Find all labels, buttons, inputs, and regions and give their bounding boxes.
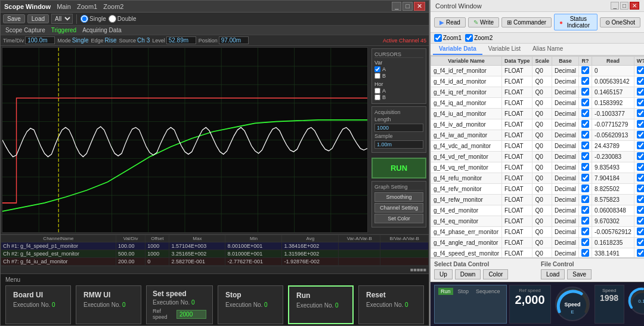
- r-checkbox[interactable]: [581, 249, 589, 257]
- table-row[interactable]: g_f4_iv_ad_monitor FLOAT Q0 Decimal -0.0…: [431, 119, 645, 130]
- r-checkbox[interactable]: [581, 163, 589, 171]
- table-row[interactable]: g_f4_id_ref_monitor FLOAT Q0 Decimal 0 0: [431, 66, 645, 76]
- cursor-hb-check[interactable]: [374, 94, 380, 100]
- table-row[interactable]: g_f4_iq_ad_monitor FLOAT Q0 Decimal 0.15…: [431, 98, 645, 109]
- zoom2-check[interactable]: [465, 34, 473, 42]
- var-r-check[interactable]: [579, 227, 592, 238]
- channel-setting-button[interactable]: Channel Setting: [374, 203, 423, 213]
- scope-menu-zoom1[interactable]: Zoom1: [77, 3, 97, 10]
- table-row[interactable]: g_f4_iq_ref_monitor FLOAT Q0 Decimal 0.1…: [431, 87, 645, 98]
- w-checkbox[interactable]: [637, 66, 644, 74]
- table-row[interactable]: g_f4_eq_monitor FLOAT Q0 Decimal 9.67030…: [431, 216, 645, 227]
- var-r-check[interactable]: [579, 195, 592, 205]
- w-checkbox[interactable]: [637, 249, 644, 257]
- window-minimize[interactable]: _: [392, 2, 401, 11]
- w-checkbox[interactable]: [637, 131, 644, 139]
- table-row[interactable]: g_f4_refw_monitor FLOAT Q0 Decimal 8.575…: [431, 195, 645, 205]
- table-row[interactable]: g_f4_vd_ref_monitor FLOAT Q0 Decimal -0.…: [431, 152, 645, 162]
- zoom1-label[interactable]: Zoom1: [434, 34, 462, 42]
- var-r-check[interactable]: [579, 216, 592, 227]
- var-r-check[interactable]: [579, 184, 592, 195]
- var-r-check[interactable]: [579, 98, 592, 109]
- r-checkbox[interactable]: [581, 142, 589, 149]
- var-r-check[interactable]: [579, 141, 592, 152]
- r-checkbox[interactable]: [581, 88, 589, 96]
- var-r-check[interactable]: [579, 109, 592, 119]
- up-button[interactable]: Up: [434, 269, 453, 279]
- length-input[interactable]: [374, 124, 423, 132]
- table-row[interactable]: Ch #1: g_f4_speed_p1_monitor 100.00 1000…: [1, 242, 429, 250]
- table-row[interactable]: g_f4_vdc_ad_monitor FLOAT Q0 Decimal 24.…: [431, 141, 645, 152]
- set-color-button[interactable]: Set Color: [374, 214, 423, 223]
- run-tab-stop[interactable]: Stop: [456, 288, 472, 295]
- r-checkbox[interactable]: [581, 174, 589, 182]
- run-tab-sequence[interactable]: Sequence: [473, 288, 503, 295]
- zoom1-check[interactable]: [434, 34, 442, 42]
- var-table-area[interactable]: Variable Name Data Type Scale Base R? Re…: [431, 56, 644, 257]
- var-w-check[interactable]: [634, 227, 644, 238]
- r-checkbox[interactable]: [581, 99, 589, 106]
- var-w-check[interactable]: [634, 248, 644, 258]
- double-radio[interactable]: [109, 15, 116, 23]
- var-w-check[interactable]: [634, 76, 644, 87]
- r-checkbox[interactable]: [581, 66, 589, 74]
- var-w-check[interactable]: [634, 87, 644, 98]
- w-checkbox[interactable]: [637, 174, 644, 182]
- level-input[interactable]: [166, 36, 196, 44]
- ctrl-close[interactable]: ✕: [630, 2, 639, 10]
- var-r-check[interactable]: [579, 205, 592, 216]
- tab-variable-list[interactable]: Variable List: [482, 44, 527, 55]
- cursor-ha-check[interactable]: [374, 88, 380, 94]
- var-w-check[interactable]: [634, 184, 644, 195]
- var-w-check[interactable]: [634, 130, 644, 141]
- r-checkbox[interactable]: [581, 206, 589, 214]
- var-r-check[interactable]: [579, 66, 592, 76]
- w-checkbox[interactable]: [637, 206, 644, 214]
- table-row[interactable]: g_f4_angle_rad_monitor FLOAT Q0 Decimal …: [431, 238, 645, 248]
- w-checkbox[interactable]: [637, 120, 644, 128]
- ctrl-maximize[interactable]: □: [620, 2, 628, 10]
- var-w-check[interactable]: [634, 205, 644, 216]
- table-row[interactable]: Ch #2: g_f4_speed_est_monitor 500.00 100…: [1, 250, 429, 258]
- w-checkbox[interactable]: [637, 88, 644, 96]
- var-w-check[interactable]: [634, 173, 644, 184]
- var-r-check[interactable]: [579, 87, 592, 98]
- write-button[interactable]: ✎ Write: [468, 17, 499, 27]
- r-checkbox[interactable]: [581, 152, 589, 160]
- w-checkbox[interactable]: [637, 152, 644, 160]
- w-checkbox[interactable]: [637, 238, 644, 246]
- menu-card-set-speed[interactable]: Set speed Execution No. 0 Ref speed: [146, 285, 213, 324]
- w-checkbox[interactable]: [637, 99, 644, 106]
- var-r-check[interactable]: [579, 162, 592, 173]
- table-row[interactable]: g_f4_phase_err_monitor FLOAT Q0 Decimal …: [431, 227, 645, 238]
- save-file-button[interactable]: Save: [567, 269, 592, 279]
- table-row[interactable]: Ch #7: g_f4_iu_ad_monitor 200.00 0 2.582…: [1, 258, 429, 266]
- w-checkbox[interactable]: [637, 217, 644, 224]
- r-checkbox[interactable]: [581, 120, 589, 128]
- load-button[interactable]: Load: [27, 14, 49, 23]
- save-button[interactable]: Save: [3, 14, 25, 23]
- var-r-check[interactable]: [579, 119, 592, 130]
- ref-speed-input[interactable]: [177, 310, 206, 319]
- r-checkbox[interactable]: [581, 77, 589, 85]
- var-w-check[interactable]: [634, 162, 644, 173]
- var-r-check[interactable]: [579, 248, 592, 258]
- load-file-button[interactable]: Load: [541, 269, 565, 279]
- single-radio-label[interactable]: Single: [80, 15, 106, 23]
- var-w-check[interactable]: [634, 141, 644, 152]
- r-checkbox[interactable]: [581, 131, 589, 139]
- var-w-check[interactable]: [634, 109, 644, 119]
- w-checkbox[interactable]: [637, 163, 644, 171]
- scope-menu-zoom2[interactable]: Zoom2: [103, 3, 123, 10]
- table-row[interactable]: g_f4_ed_monitor FLOAT Q0 Decimal 0.06008…: [431, 205, 645, 216]
- w-checkbox[interactable]: [637, 195, 644, 203]
- table-row[interactable]: g_f4_refv_monitor FLOAT Q0 Decimal 8.825…: [431, 184, 645, 195]
- w-checkbox[interactable]: [637, 77, 644, 85]
- scope-menu-main[interactable]: Main: [57, 3, 71, 10]
- cursor-b-check[interactable]: [374, 73, 380, 79]
- tab-alias-name[interactable]: Alias Name: [527, 44, 569, 55]
- r-checkbox[interactable]: [581, 238, 589, 246]
- down-button[interactable]: Down: [455, 269, 481, 279]
- r-checkbox[interactable]: [581, 227, 589, 235]
- channel-select[interactable]: All: [51, 14, 73, 24]
